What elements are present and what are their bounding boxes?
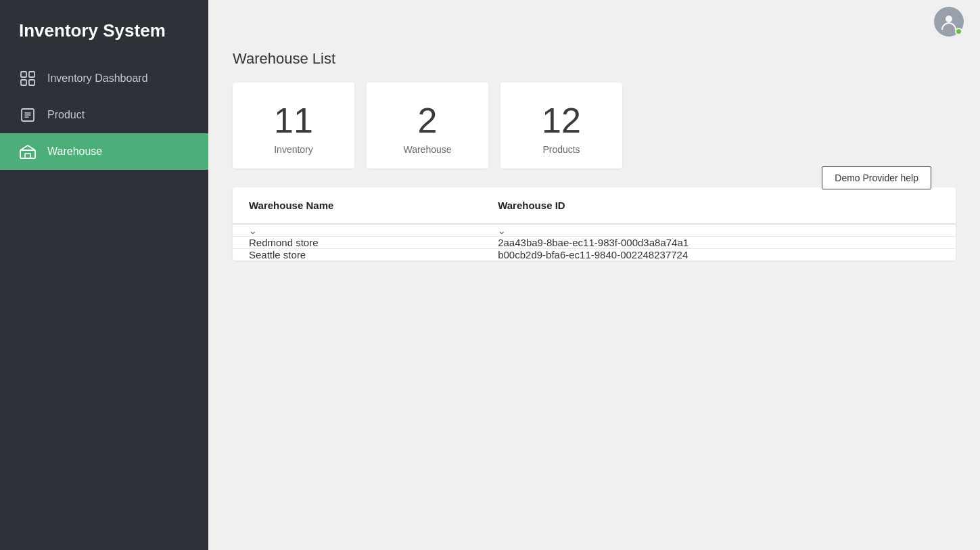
stat-card-inventory: 11 Inventory: [233, 83, 354, 168]
sort-chevron-row: ⌄ ⌄: [233, 224, 956, 237]
app-title: Inventory System: [0, 0, 208, 58]
demo-provider-help-button[interactable]: Demo Provider help: [822, 166, 931, 189]
svg-rect-1: [29, 72, 34, 77]
warehouse-table: Warehouse Name Warehouse ID ⌄ ⌄: [233, 187, 956, 260]
sort-chevron-name[interactable]: ⌄: [249, 225, 257, 236]
table-row[interactable]: Redmond store 2aa43ba9-8bae-ec11-983f-00…: [233, 237, 956, 249]
stat-number-warehouse: 2: [418, 101, 438, 140]
svg-rect-6: [25, 154, 30, 158]
sidebar-item-warehouse[interactable]: Warehouse: [0, 133, 208, 170]
sort-chevron-id[interactable]: ⌄: [498, 225, 506, 236]
sidebar-item-product[interactable]: Product: [0, 97, 208, 133]
warehouse-table-container: Warehouse Name Warehouse ID ⌄ ⌄: [233, 187, 956, 260]
stat-number-inventory: 11: [274, 101, 313, 140]
col-header-warehouse-id: Warehouse ID: [482, 187, 956, 224]
sidebar-label-inventory-dashboard: Inventory Dashboard: [47, 72, 148, 85]
avatar[interactable]: [934, 7, 964, 37]
page-content: Warehouse List 11 Inventory 2 Warehouse …: [208, 43, 980, 550]
svg-rect-5: [20, 150, 35, 158]
table-header-row: Warehouse Name Warehouse ID: [233, 187, 956, 224]
topbar: [208, 0, 980, 43]
warehouse-name-cell: Redmond store: [233, 237, 482, 249]
sidebar-label-product: Product: [47, 109, 85, 121]
svg-rect-3: [29, 80, 34, 85]
col-header-warehouse-name: Warehouse Name: [233, 187, 482, 224]
stat-card-warehouse: 2 Warehouse: [367, 83, 488, 168]
warehouse-icon: [19, 143, 37, 160]
page-title: Warehouse List: [233, 50, 956, 68]
stat-number-products: 12: [542, 101, 581, 140]
sidebar-label-warehouse: Warehouse: [47, 145, 102, 158]
stats-row: 11 Inventory 2 Warehouse 12 Products: [233, 83, 956, 168]
warehouse-id-cell: 2aa43ba9-8bae-ec11-983f-000d3a8a74a1: [482, 237, 956, 249]
warehouse-name-cell: Seattle store: [233, 249, 482, 261]
dashboard-icon: [19, 70, 37, 87]
svg-rect-0: [21, 72, 26, 77]
product-icon: [19, 106, 37, 124]
sidebar-item-inventory-dashboard[interactable]: Inventory Dashboard: [0, 60, 208, 97]
stat-label-warehouse: Warehouse: [403, 144, 451, 155]
sidebar: Inventory System Inventory Dashboard P: [0, 0, 208, 550]
table-row[interactable]: Seattle store b00cb2d9-bfa6-ec11-9840-00…: [233, 249, 956, 261]
stat-label-inventory: Inventory: [274, 144, 313, 155]
svg-point-7: [946, 16, 952, 22]
stat-card-products: 12 Products: [500, 83, 622, 168]
sidebar-nav: Inventory Dashboard Product Warehouse: [0, 60, 208, 170]
svg-rect-2: [21, 80, 26, 85]
main-content: Warehouse List 11 Inventory 2 Warehouse …: [208, 0, 980, 550]
warehouse-id-cell: b00cb2d9-bfa6-ec11-9840-002248237724: [482, 249, 956, 261]
stat-label-products: Products: [542, 144, 580, 155]
avatar-status-indicator: [955, 28, 962, 35]
